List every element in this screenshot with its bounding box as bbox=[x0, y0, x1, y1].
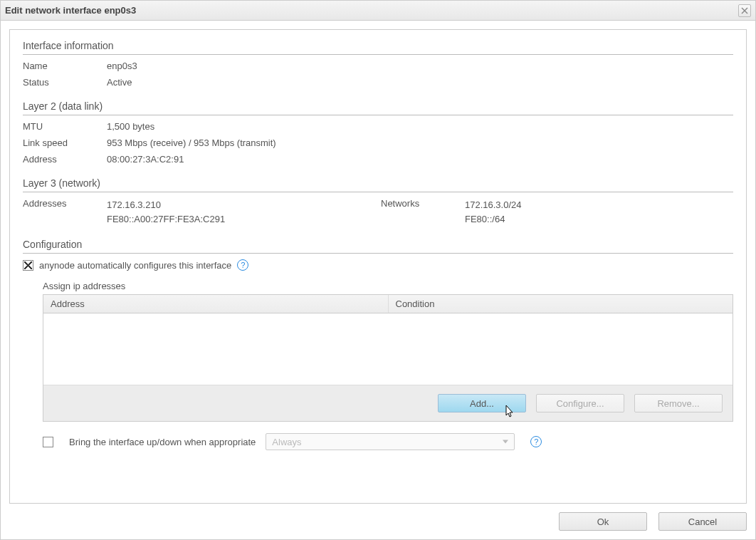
network-value: 172.16.3.0/24 bbox=[465, 198, 733, 212]
ip-table-body[interactable] bbox=[43, 313, 733, 385]
window-title: Edit network interface enp0s3 bbox=[5, 5, 738, 16]
address-value: 172.16.3.210 bbox=[107, 198, 375, 212]
addresses-values: 172.16.3.210 FE80::A00:27FF:FE3A:C291 bbox=[107, 198, 375, 226]
dialog-footer: Ok Cancel bbox=[9, 512, 747, 531]
bring-updown-row: Bring the interface up/down when appropr… bbox=[43, 433, 733, 450]
close-icon bbox=[741, 7, 748, 14]
form-panel: Interface information Name enp0s3 Status… bbox=[9, 29, 747, 504]
assign-ip-label: Assign ip addresses bbox=[43, 281, 733, 291]
layer2-grid: MTU 1,500 bytes Link speed 953 Mbps (rec… bbox=[23, 121, 733, 165]
close-button[interactable] bbox=[738, 4, 751, 17]
bring-updown-label: Bring the interface up/down when appropr… bbox=[69, 437, 256, 447]
ok-button[interactable]: Ok bbox=[559, 512, 647, 531]
remove-button[interactable]: Remove... bbox=[634, 394, 723, 412]
section-heading-layer3: Layer 3 (network) bbox=[23, 177, 733, 192]
mac-address-value: 08:00:27:3A:C2:91 bbox=[107, 154, 733, 165]
mtu-label: MTU bbox=[23, 121, 101, 132]
linkspeed-value: 953 Mbps (receive) / 953 Mbps (transmit) bbox=[107, 137, 733, 148]
col-condition-header[interactable]: Condition bbox=[388, 295, 733, 313]
bring-updown-checkbox[interactable] bbox=[43, 437, 53, 447]
section-heading-interface-info: Interface information bbox=[23, 40, 733, 55]
name-value: enp0s3 bbox=[107, 61, 733, 71]
assign-ip-section: Assign ip addresses Address Condition bbox=[43, 281, 733, 422]
configure-button[interactable]: Configure... bbox=[536, 394, 624, 412]
section-heading-layer2: Layer 2 (data link) bbox=[23, 100, 733, 115]
dialog-window: Edit network interface enp0s3 Interface … bbox=[0, 0, 756, 540]
address-value: FE80::A00:27FF:FE3A:C291 bbox=[107, 212, 375, 227]
cancel-button[interactable]: Cancel bbox=[658, 512, 747, 531]
ip-table-footer: Add... Configure... Remove... bbox=[43, 385, 733, 421]
addresses-label: Addresses bbox=[23, 198, 101, 226]
name-label: Name bbox=[23, 61, 101, 71]
network-value: FE80::/64 bbox=[465, 212, 733, 227]
status-label: Status bbox=[23, 77, 101, 88]
networks-label: Networks bbox=[381, 198, 459, 226]
titlebar: Edit network interface enp0s3 bbox=[1, 1, 755, 21]
bring-updown-combo-value: Always bbox=[272, 437, 301, 447]
col-address-header[interactable]: Address bbox=[43, 295, 388, 313]
auto-configure-label: anynode automatically configures this in… bbox=[39, 260, 231, 271]
auto-configure-checkbox[interactable] bbox=[23, 260, 33, 271]
auto-configure-row: anynode automatically configures this in… bbox=[23, 259, 733, 271]
layer3-grid: Addresses 172.16.3.210 FE80::A00:27FF:FE… bbox=[23, 198, 733, 226]
interface-info-grid: Name enp0s3 Status Active bbox=[23, 61, 733, 88]
ip-table-wrap: Address Condition Add... bbox=[43, 294, 733, 422]
section-heading-configuration: Configuration bbox=[23, 239, 733, 254]
mtu-value: 1,500 bytes bbox=[107, 121, 733, 132]
bring-updown-combo[interactable]: Always bbox=[266, 433, 515, 450]
help-icon[interactable]: ? bbox=[530, 436, 542, 447]
linkspeed-label: Link speed bbox=[23, 137, 101, 148]
mac-address-label: Address bbox=[23, 154, 101, 165]
status-value: Active bbox=[107, 77, 733, 88]
ip-table: Address Condition bbox=[43, 295, 733, 313]
add-button[interactable]: Add... bbox=[438, 394, 526, 412]
dialog-body: Interface information Name enp0s3 Status… bbox=[1, 21, 755, 539]
help-icon[interactable]: ? bbox=[237, 259, 248, 271]
networks-values: 172.16.3.0/24 FE80::/64 bbox=[465, 198, 733, 226]
